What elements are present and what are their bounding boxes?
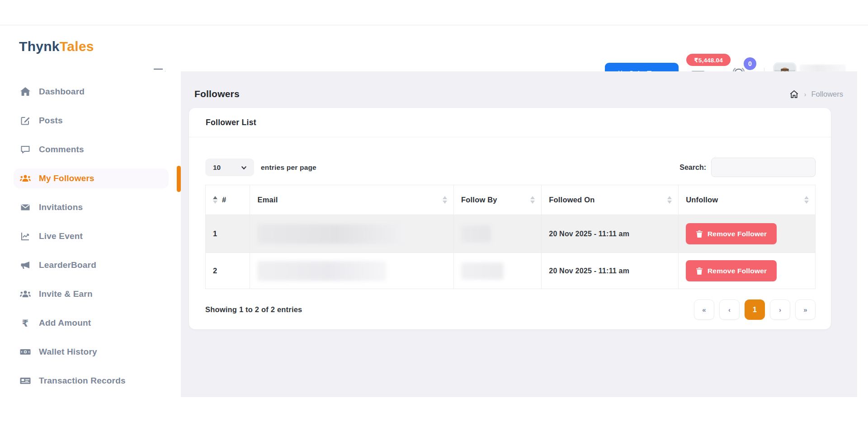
sidebar-item-label: Posts bbox=[39, 116, 63, 126]
trash-icon bbox=[696, 230, 703, 238]
column-header-email[interactable]: Email bbox=[250, 185, 454, 215]
sort-icon bbox=[443, 196, 447, 204]
sidebar-item-label: LearderBoard bbox=[39, 260, 96, 270]
sidebar-item-label: Invite & Earn bbox=[39, 289, 93, 299]
follow-by-blurred bbox=[461, 225, 491, 243]
sidebar-item-label: Invitations bbox=[39, 202, 83, 212]
sidebar-item-label: Dashboard bbox=[39, 87, 85, 97]
main-content: Followers › Followers Follower List 10 e… bbox=[181, 71, 857, 397]
sidebar-item-my-followers[interactable]: My Followers bbox=[14, 168, 169, 188]
breadcrumb-chevron-icon: › bbox=[804, 90, 806, 98]
sort-icon bbox=[213, 196, 217, 204]
cell-unfollow: Remove Follower bbox=[679, 215, 816, 253]
sidebar-item-live-event[interactable]: Live Event bbox=[14, 226, 169, 246]
sidebar-item-transaction-records[interactable]: Transaction Records bbox=[14, 371, 169, 391]
pagination-prev-button[interactable]: ‹ bbox=[719, 299, 740, 320]
table-row: 2 20 Nov 2025 - 11:11 am Remove Follower bbox=[206, 253, 816, 289]
sidebar-item-posts[interactable]: Posts bbox=[14, 111, 169, 131]
entries-per-page-group: 10 entries per page bbox=[205, 159, 316, 176]
table-row: 1 20 Nov 2025 - 11:11 am Remove Follower bbox=[206, 215, 816, 253]
follower-table-wrap: # Email Follow By Followed On Unfollow 1… bbox=[205, 185, 816, 289]
showing-entries-text: Showing 1 to 2 of 2 entries bbox=[205, 305, 302, 314]
sidebar-item-label: Live Event bbox=[39, 231, 83, 241]
wallet-balance-badge: ₹5,448.04 bbox=[686, 54, 731, 66]
edit-icon bbox=[19, 115, 31, 126]
page-title: Followers bbox=[194, 89, 240, 99]
banknote-icon bbox=[19, 346, 31, 358]
notification-count: 0 bbox=[748, 60, 752, 67]
top-divider bbox=[0, 0, 868, 25]
table-header-row: # Email Follow By Followed On Unfollow bbox=[206, 185, 816, 215]
column-header-index[interactable]: # bbox=[206, 185, 250, 215]
chart-line-icon bbox=[19, 230, 31, 242]
active-item-accent-bar bbox=[177, 166, 181, 192]
cell-followed-on: 20 Nov 2025 - 11:11 am bbox=[542, 253, 679, 289]
cell-index: 2 bbox=[206, 253, 250, 289]
search-label: Search: bbox=[679, 164, 706, 172]
remove-follower-button[interactable]: Remove Follower bbox=[686, 260, 777, 281]
search-input[interactable] bbox=[711, 158, 816, 177]
sidebar: Dashboard Posts Comments My Followers In… bbox=[0, 71, 181, 421]
megaphone-icon bbox=[19, 259, 31, 271]
brand-name-primary: Thynk bbox=[19, 39, 60, 54]
brand-name-secondary: Tales bbox=[60, 39, 94, 54]
receipt-icon bbox=[19, 375, 31, 387]
table-controls: 10 entries per page Search: bbox=[189, 137, 831, 177]
comment-icon bbox=[19, 144, 31, 155]
breadcrumb-home-icon[interactable] bbox=[789, 89, 799, 99]
card-header: Follower List bbox=[189, 108, 831, 137]
follower-table: # Email Follow By Followed On Unfollow 1… bbox=[205, 185, 816, 289]
breadcrumb: › Followers bbox=[789, 89, 843, 99]
sort-icon bbox=[804, 196, 809, 204]
sidebar-item-invitations[interactable]: Invitations bbox=[14, 197, 169, 217]
app-header: ThynkTales Join Event ₹5,448.04 bbox=[0, 25, 868, 71]
sidebar-item-label: Comments bbox=[39, 145, 84, 154]
entries-per-page-label: entries per page bbox=[261, 164, 316, 172]
cell-email bbox=[250, 215, 454, 253]
entries-per-page-value: 10 bbox=[213, 164, 221, 172]
sidebar-item-label: My Followers bbox=[39, 173, 94, 183]
sidebar-item-label: Add Amount bbox=[39, 318, 91, 328]
email-blurred bbox=[257, 224, 402, 244]
follower-list-card: Follower List 10 entries per page Search… bbox=[189, 108, 831, 329]
email-blurred bbox=[257, 261, 386, 281]
wallet-balance-value: ₹5,448.04 bbox=[694, 56, 723, 64]
sidebar-item-invite-earn[interactable]: Invite & Earn bbox=[14, 284, 169, 304]
rupee-icon: ₹ bbox=[19, 317, 31, 329]
sidebar-nav: Dashboard Posts Comments My Followers In… bbox=[0, 71, 181, 391]
cell-follow-by bbox=[454, 253, 542, 289]
trash-icon bbox=[696, 267, 703, 275]
users-icon bbox=[19, 173, 31, 184]
follow-by-blurred bbox=[461, 262, 504, 280]
users-icon bbox=[19, 288, 31, 300]
sidebar-item-dashboard[interactable]: Dashboard bbox=[14, 82, 169, 102]
cell-followed-on: 20 Nov 2025 - 11:11 am bbox=[542, 215, 679, 253]
cell-unfollow: Remove Follower bbox=[679, 253, 816, 289]
sidebar-item-comments[interactable]: Comments bbox=[14, 140, 169, 159]
pagination-last-button[interactable]: » bbox=[795, 299, 816, 320]
notification-count-badge: 0 bbox=[742, 56, 758, 71]
entries-per-page-select[interactable]: 10 bbox=[205, 159, 254, 176]
home-icon bbox=[19, 86, 31, 98]
sort-icon bbox=[667, 196, 672, 204]
sidebar-item-wallet-history[interactable]: Wallet History bbox=[14, 342, 169, 362]
sidebar-item-label: Wallet History bbox=[39, 347, 97, 357]
breadcrumb-current: Followers bbox=[811, 90, 843, 98]
brand-logo[interactable]: ThynkTales bbox=[19, 39, 94, 54]
pagination-first-button[interactable]: « bbox=[694, 299, 714, 320]
card-title: Follower List bbox=[206, 118, 256, 127]
chevron-down-icon bbox=[241, 164, 247, 170]
pagination-page-1-button[interactable]: 1 bbox=[745, 299, 765, 320]
sidebar-item-learderboard[interactable]: LearderBoard bbox=[14, 255, 169, 275]
column-header-unfollow[interactable]: Unfollow bbox=[679, 185, 816, 215]
sidebar-item-label: Transaction Records bbox=[39, 376, 126, 386]
pagination-next-button[interactable]: › bbox=[770, 299, 790, 320]
envelope-icon bbox=[19, 201, 31, 213]
sort-icon bbox=[530, 196, 535, 204]
cell-index: 1 bbox=[206, 215, 250, 253]
sidebar-item-add-amount[interactable]: ₹ Add Amount bbox=[14, 313, 169, 333]
remove-follower-button[interactable]: Remove Follower bbox=[686, 223, 777, 244]
column-header-followed-on[interactable]: Followed On bbox=[542, 185, 679, 215]
cell-follow-by bbox=[454, 215, 542, 253]
column-header-follow-by[interactable]: Follow By bbox=[454, 185, 542, 215]
